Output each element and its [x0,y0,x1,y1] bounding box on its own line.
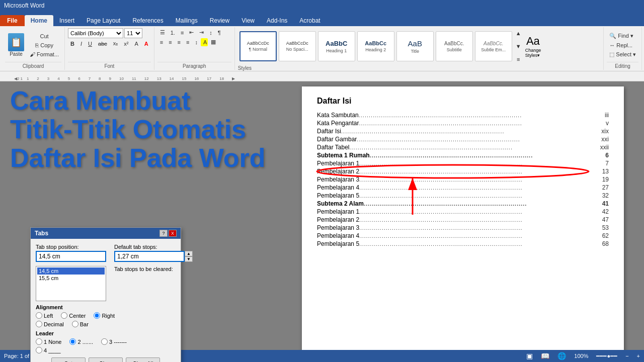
view-reading-icon[interactable]: 📖 [541,352,549,360]
sort-button[interactable]: ↕ [207,29,215,37]
style-subtle-emphasis[interactable]: AaBbCc. Subtle Em... [475,31,512,61]
tab-insert[interactable]: Insert [53,15,80,26]
alignment-section: Alignment Left Center Right Decimal [36,304,176,327]
justify-button[interactable]: ≡ [184,38,192,46]
align-left-option[interactable]: Left [36,312,53,319]
line-spacing-button[interactable]: ↕ [192,38,200,46]
title-bar: Microsoft Word [0,0,644,11]
zoom-in-icon[interactable]: + [637,353,640,359]
show-marks-button[interactable]: ¶ [215,29,223,37]
styles-more[interactable]: ≡ [513,55,524,63]
increase-indent-button[interactable]: ⇥ [197,28,206,37]
style-heading2[interactable]: AaBbCc Heading 2 [357,31,394,61]
toc-entry: Pembelajaran 4 .........................… [317,232,609,239]
font-name-select[interactable]: Calibri (Body) [68,28,123,38]
subscript-button[interactable]: x₂ [111,39,121,48]
multilevel-button[interactable]: ≡ [178,29,186,37]
toc-entry: Pembelajaran 2 .........................… [317,216,609,223]
clear-all-button[interactable]: Clear All [126,357,160,362]
style-heading1[interactable]: AaBbC Heading 1 [318,31,355,61]
paragraph-label: Paragraph [157,62,231,69]
find-button[interactable]: 🔍 Find ▾ [607,32,636,40]
tab-stops-to-clear-row: Tab stops to be cleared: [114,266,193,272]
tab-stop-position-label: Tab stop position: [36,244,106,250]
format-painter-button[interactable]: 🖌 Format... [27,50,61,58]
view-normal-icon[interactable]: ▣ [526,352,533,360]
tab-mailings[interactable]: Mailings [170,15,204,26]
styles-scroll-up[interactable]: ▲ [513,29,524,37]
decrease-indent-button[interactable]: ⇤ [187,28,196,37]
replace-button[interactable]: ↔ Repl... [607,41,635,49]
editing-group: 🔍 Find ▾ ↔ Repl... ⬚ Select ▾ Editing [604,27,642,70]
leader-underline-option[interactable]: 4 ____ [36,347,61,353]
align-right-option[interactable]: Right [94,312,115,319]
doc-title: Daftar Isi [317,97,609,106]
tab-references[interactable]: References [126,15,169,26]
tab-stop-position-input[interactable] [36,251,106,262]
align-left-button[interactable]: ≡ [157,38,166,46]
tab-list-box[interactable]: 14,5 cm 15,5 cm [36,266,106,301]
tab-home[interactable]: Home [25,15,53,26]
clipboard-group: 📋 Paste Cut ⎘ Copy 🖌 Format... Clipboard [2,27,65,70]
strikethrough-button[interactable]: abc [96,40,110,48]
leader-none-option[interactable]: 1 None [36,338,61,345]
clear-format-button[interactable]: A [132,40,140,48]
bold-button[interactable]: B [68,40,77,48]
tab-addins[interactable]: Add-Ins [261,15,293,26]
paste-button[interactable]: 📋 Paste [5,32,27,58]
align-right-button[interactable]: ≡ [175,38,183,46]
numbering-button[interactable]: 1. [168,29,178,37]
view-web-icon[interactable]: 🌐 [557,352,566,360]
clear-button[interactable]: Clear [89,357,123,362]
superscript-button[interactable]: x² [121,40,131,48]
shading-button[interactable]: A [201,38,208,46]
toc-entry: Pembelajaran 3 .........................… [317,176,609,183]
tab-view[interactable]: View [235,15,261,26]
border-button[interactable]: ▦ [208,38,218,46]
zoom-slider[interactable]: ━━━●━━ [596,353,617,359]
copy-button[interactable]: ⎘ Copy [27,41,61,49]
font-size-select[interactable]: 11 [124,28,142,38]
styles-scroll-down[interactable]: ▼ [513,42,524,50]
select-button[interactable]: ⬚ Select ▾ [607,50,638,59]
tab-file[interactable]: File [0,15,25,26]
styles-label: Styles [238,64,601,71]
style-no-spacing[interactable]: AaBbCcDc No Spaci... [279,31,316,61]
zoom-out-icon[interactable]: − [625,353,628,359]
tab-review[interactable]: Review [204,15,235,26]
font-color-button[interactable]: A [142,40,151,48]
spin-buttons: ▲ ▼ [185,251,193,262]
spin-up-button[interactable]: ▲ [185,251,193,256]
align-decimal-option[interactable]: Decimal [36,321,64,327]
dialog-body: Tab stop position: 14,5 cm 15,5 cm Defau… [31,239,181,362]
bullets-button[interactable]: ☰ [157,28,168,37]
tab-page-layout[interactable]: Page Layout [80,15,126,26]
dialog-controls: ? X [159,230,177,237]
spin-down-button[interactable]: ▼ [185,256,193,262]
toc-entry: Kata Pengantar .........................… [317,120,609,127]
align-bar-option[interactable]: Bar [72,321,89,327]
toc-entry: Pembelajaran 2 .........................… [317,168,609,175]
underline-button[interactable]: U [86,40,95,48]
leader-dots-option[interactable]: 2 ....... [69,338,93,345]
leader-row2: 4 ____ [36,347,176,353]
align-center-button[interactable]: ≡ [166,38,174,46]
toc-entry: Daftar Tabel ...........................… [317,144,609,151]
tab-acrobat[interactable]: Acrobat [293,15,326,26]
italic-button[interactable]: I [78,40,85,48]
leader-dashes-option[interactable]: 3 ------- [101,338,127,345]
default-tab-stops-input[interactable] [114,251,185,262]
style-title[interactable]: AaB Title [396,31,434,61]
align-center-option[interactable]: Center [61,312,86,319]
set-button[interactable]: Set [51,357,86,362]
toc-entry: Pembelajaran 4 .........................… [317,184,609,191]
style-normal[interactable]: AaBbCcDc ¶ Normal [239,31,277,61]
tab-list-item-1[interactable]: 14,5 cm [37,267,105,275]
dialog-help-button[interactable]: ? [159,230,168,237]
change-styles-button[interactable]: Aa ChangeStyles▾ [524,34,542,59]
tab-list-item-2[interactable]: 15,5 cm [37,275,105,282]
default-tab-stops-label: Default tab stops: [114,244,193,250]
dialog-close-button[interactable]: X [169,230,177,237]
style-subtitle[interactable]: AaBbCc. Subtitle [436,31,473,61]
cut-button[interactable]: Cut [27,32,61,40]
